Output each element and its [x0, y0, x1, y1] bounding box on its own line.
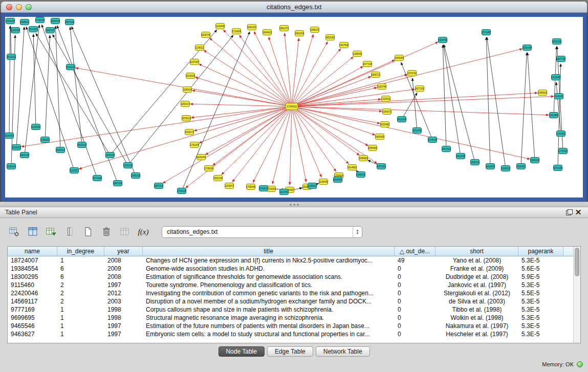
network-node[interactable]: 1151438 — [522, 45, 532, 51]
network-node[interactable]: 1128435 — [319, 179, 328, 185]
network-node[interactable]: 1190318 — [11, 28, 20, 33]
cell-in_degree[interactable]: 2 — [57, 281, 104, 289]
network-node[interactable]: 1807104 — [113, 181, 122, 186]
cell-in_degree[interactable]: 1 — [57, 305, 104, 314]
network-node[interactable]: 1242108 — [123, 163, 133, 168]
cell-out_degree[interactable]: 0 — [395, 322, 435, 330]
tab-edge-table[interactable]: Edge Table — [267, 346, 313, 357]
network-canvas[interactable]: 1724022163674911381111237487152420311851… — [5, 17, 583, 198]
cell-short[interactable]: Franke et al. (2009) — [435, 265, 518, 273]
cell-year[interactable]: 2012 — [104, 289, 143, 297]
network-node[interactable]: 1590513 — [56, 147, 65, 153]
network-node[interactable]: 1905135 — [20, 152, 29, 158]
network-node[interactable]: 1604503 — [333, 177, 342, 183]
cell-pagerank[interactable]: 5.3E-5 — [518, 322, 563, 330]
table-settings-icon[interactable] — [7, 225, 21, 239]
network-node[interactable]: 1861372 — [279, 26, 289, 31]
cell-year[interactable]: 2008 — [104, 256, 143, 265]
cell-out_degree[interactable]: 0 — [395, 297, 435, 305]
network-node[interactable]: 1807114 — [154, 183, 163, 189]
network-node[interactable]: 1935105 — [105, 152, 115, 158]
network-node[interactable]: 1853182 — [325, 35, 335, 40]
network-node[interactable]: 1096137 — [310, 27, 319, 33]
network-node[interactable]: 1210351 — [556, 131, 565, 137]
cell-pagerank[interactable]: 5.3E-5 — [518, 297, 563, 305]
cell-in_degree[interactable]: 1 — [57, 314, 104, 322]
network-node[interactable]: 1758346 — [246, 184, 255, 190]
cell-name[interactable]: 19384554 — [8, 265, 57, 273]
function-builder-icon[interactable]: f(x) — [136, 225, 150, 239]
network-node[interactable]: 1063171 — [185, 129, 194, 135]
cell-short[interactable]: Stergiakouli et al. (2012) — [435, 289, 518, 297]
network-node[interactable]: 1192450 — [279, 189, 289, 195]
network-node[interactable]: 1138111 — [195, 45, 204, 51]
cell-year[interactable]: 1997 — [104, 281, 143, 289]
network-node[interactable]: 1679195 — [428, 137, 437, 143]
cell-title[interactable]: Disruption of a novel member of a sodium… — [143, 297, 395, 305]
cell-name[interactable]: 14569117 — [8, 297, 57, 305]
column-header-name[interactable]: name — [8, 247, 57, 256]
cell-pagerank[interactable]: 5.9E-5 — [518, 273, 563, 281]
cell-short[interactable]: Nakamura et al. (1997) — [435, 322, 518, 330]
cell-pagerank[interactable]: 5.6E-5 — [518, 265, 563, 273]
network-node[interactable]: 1722608 — [232, 29, 241, 34]
table-row[interactable]: 911546021997Tourette syndrome. Phenomeno… — [8, 281, 580, 289]
network-node[interactable]: 1979743 — [407, 71, 417, 76]
network-node[interactable]: 1738134 — [35, 17, 45, 23]
table-row[interactable]: 1938455462009Genome-wide association stu… — [8, 265, 580, 273]
column-header-short[interactable]: short — [435, 247, 518, 256]
network-node[interactable]: 1891307 — [247, 25, 256, 30]
close-button[interactable] — [6, 4, 12, 10]
network-node[interactable]: 1636749 — [201, 32, 210, 38]
network-node[interactable]: 1878133 — [182, 116, 191, 121]
network-node[interactable]: 1735634 — [204, 166, 213, 171]
table-row[interactable]: 969969511998Structural magnetic resonanc… — [8, 314, 580, 322]
network-node[interactable]: 1415945 — [551, 75, 560, 80]
network-node[interactable]: 1151440 — [412, 128, 422, 134]
column-header-title[interactable]: title — [143, 247, 395, 256]
cell-in_degree[interactable]: 2 — [57, 289, 104, 297]
cell-out_degree[interactable]: 0 — [395, 265, 435, 273]
network-node[interactable]: 1805493 — [375, 134, 384, 140]
cell-short[interactable]: Hescheler et al. (1997) — [435, 330, 518, 338]
cell-year[interactable]: 1997 — [104, 322, 143, 330]
network-node[interactable]: 1665103 — [131, 173, 140, 179]
network-node[interactable]: 2013130 — [7, 54, 16, 60]
network-node[interactable]: 1650131 — [46, 28, 55, 33]
window-titlebar[interactable]: citations_edges.txt — [1, 2, 587, 13]
network-node[interactable]: 1770151 — [558, 148, 568, 154]
network-node[interactable]: 1595815 — [538, 90, 547, 96]
network-node[interactable]: 1092451 — [516, 164, 526, 169]
network-node[interactable]: 1237487 — [190, 59, 199, 65]
cell-year[interactable]: 2008 — [104, 273, 143, 281]
network-node[interactable]: 1573104 — [93, 176, 102, 181]
network-table-select[interactable]: citations_edges.txt ▲▼ — [162, 226, 362, 238]
cell-pagerank[interactable]: 5.3E-5 — [518, 314, 563, 322]
cell-year[interactable]: 1998 — [104, 305, 143, 314]
cell-pagerank[interactable]: 5.3E-5 — [518, 330, 563, 338]
network-node[interactable]: 1258103 — [40, 137, 50, 143]
network-node[interactable]: 1837104 — [65, 19, 74, 25]
network-node[interactable]: 1898814 — [20, 19, 29, 25]
close-icon[interactable]: ✕ — [574, 208, 583, 216]
vertical-scrollbar[interactable] — [573, 247, 580, 343]
float-panel-icon[interactable] — [564, 208, 574, 216]
cell-short[interactable]: Tibbo et al. (1998) — [435, 305, 518, 314]
network-node[interactable]: 2026105 — [6, 18, 15, 24]
network-node[interactable]: 1503103 — [77, 142, 86, 148]
network-node[interactable]: 2026050 — [5, 133, 14, 139]
cell-name[interactable]: 18300295 — [8, 273, 57, 281]
network-node[interactable]: 1841105 — [456, 154, 465, 159]
column-header-year[interactable]: year — [104, 247, 143, 256]
cell-out_degree[interactable]: 49 — [395, 256, 435, 265]
cell-short[interactable]: de Silva et al. (2003) — [435, 297, 518, 305]
network-node[interactable]: 1631139 — [66, 64, 75, 70]
cell-title[interactable]: Genome-wide association studies in ADHD. — [143, 265, 395, 273]
cell-year[interactable]: 2003 — [104, 297, 143, 305]
cell-title[interactable]: Investigating the contribution of common… — [143, 289, 395, 297]
cell-short[interactable]: Dudbridge et al. (2008) — [435, 273, 518, 281]
cell-name[interactable]: 22420046 — [8, 289, 57, 297]
column-width-icon[interactable] — [62, 225, 77, 239]
network-node[interactable]: 1164271 — [382, 109, 391, 115]
network-node[interactable]: 1641031 — [554, 94, 563, 99]
